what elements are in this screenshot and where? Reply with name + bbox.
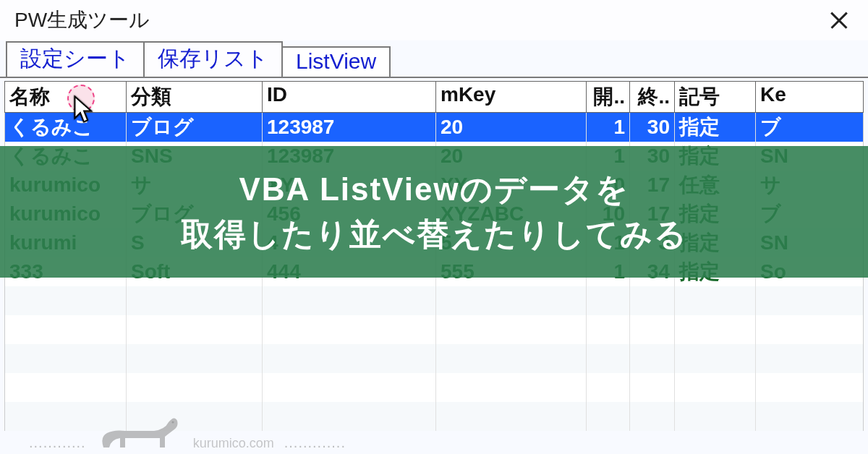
table-row[interactable]: くるみこ SNS 123987 20 1 30 指定 SN: [5, 142, 863, 171]
svg-point-0: [171, 421, 174, 424]
cell-category: Soft: [127, 257, 263, 286]
cell-start: 1: [587, 142, 630, 171]
cell-name: kurumi: [5, 228, 127, 257]
cell-mkey: 20: [436, 113, 587, 142]
cell-name: kurumico: [5, 171, 127, 200]
col-header-end[interactable]: 終..: [630, 82, 675, 112]
cell-symbol: 指定: [675, 200, 756, 228]
table-row-empty: [5, 344, 863, 373]
cell-ke: SN: [756, 228, 863, 257]
tab-listview[interactable]: ListView: [281, 46, 391, 77]
cell-mkey: 555: [436, 257, 587, 286]
dog-icon: [96, 408, 183, 451]
col-header-start[interactable]: 開..: [587, 82, 630, 112]
window-title: PW生成ツール: [14, 7, 150, 34]
table-row[interactable]: 333 Soft 444 555 1 34 指定 So: [5, 257, 863, 286]
cell-end: 17: [630, 200, 675, 228]
cell-id: 444: [263, 257, 436, 286]
cell-end: 3: [630, 228, 675, 257]
col-header-ke[interactable]: Ke: [756, 82, 863, 112]
cell-start: 10: [587, 200, 630, 228]
table-row-empty: [5, 373, 863, 402]
cell-start: 1: [587, 257, 630, 286]
footer-watermark: ............ kurumico.com .............: [29, 408, 346, 451]
table-row[interactable]: kurumico ブログ 456 XYZABC 10 17 指定 ブ: [5, 200, 863, 228]
cell-ke: ブ: [756, 200, 863, 228]
cell-mkey: 5: [436, 228, 587, 257]
col-header-category[interactable]: 分類: [127, 82, 263, 112]
app-window: PW生成ツール 設定シート 保存リスト ListView 名称 分類 ID mK…: [0, 0, 868, 454]
close-button[interactable]: [827, 9, 851, 32]
tab-save-list[interactable]: 保存リスト: [143, 41, 283, 77]
cell-symbol: 指定: [675, 113, 756, 142]
cell-name: 333: [5, 257, 127, 286]
cell-start: 1: [587, 228, 630, 257]
cell-mkey: 20: [436, 142, 587, 171]
tab-bar: 設定シート 保存リスト ListView: [0, 40, 868, 78]
dots-left: ............: [29, 434, 86, 451]
cell-symbol: 指定: [675, 228, 756, 257]
cell-start: 10: [587, 171, 630, 200]
dots-right: .............: [284, 434, 346, 451]
cell-end: 34: [630, 257, 675, 286]
cell-symbol: 指定: [675, 142, 756, 171]
title-bar: PW生成ツール: [0, 0, 868, 40]
cell-name: くるみこ: [5, 113, 127, 142]
cell-end: 17: [630, 171, 675, 200]
listview-header: 名称 分類 ID mKey 開.. 終.. 記号 Ke: [4, 81, 864, 113]
col-header-id[interactable]: ID: [263, 82, 436, 112]
cell-symbol: 指定: [675, 257, 756, 286]
tab-settings-sheet[interactable]: 設定シート: [6, 41, 145, 77]
table-row[interactable]: kurumi S 4 5 1 3 指定 SN: [5, 228, 863, 257]
cell-category: ブログ: [127, 200, 263, 228]
cell-id: 456: [263, 200, 436, 228]
cell-symbol: 任意: [675, 171, 756, 200]
cell-category: ブログ: [127, 113, 263, 142]
col-header-symbol[interactable]: 記号: [675, 82, 756, 112]
cell-end: 30: [630, 113, 675, 142]
col-header-name[interactable]: 名称: [5, 82, 127, 112]
cell-id: 123987: [263, 113, 436, 142]
cell-end: 30: [630, 142, 675, 171]
cell-category: サ: [127, 171, 263, 200]
table-row[interactable]: kurumico サ XY XY 10 17 任意 サ: [5, 171, 863, 200]
cell-id: 123987: [263, 142, 436, 171]
table-row[interactable]: くるみこ ブログ 123987 20 1 30 指定 ブ: [5, 113, 863, 142]
cell-ke: ブ: [756, 113, 863, 142]
cell-category: SNS: [127, 142, 263, 171]
cell-name: くるみこ: [5, 142, 127, 171]
table-row-empty: [5, 286, 863, 315]
cell-ke: SN: [756, 142, 863, 171]
cell-id: 4: [263, 228, 436, 257]
watermark-text: kurumico.com: [193, 436, 274, 451]
cell-mkey: XYZABC: [436, 200, 587, 228]
cell-category: S: [127, 228, 263, 257]
col-header-mkey[interactable]: mKey: [436, 82, 587, 112]
cell-name: kurumico: [5, 200, 127, 228]
cell-ke: So: [756, 257, 863, 286]
cell-start: 1: [587, 113, 630, 142]
cell-id: XY: [263, 171, 436, 200]
table-row-empty: [5, 315, 863, 344]
cell-ke: サ: [756, 171, 863, 200]
cell-mkey: XY: [436, 171, 587, 200]
listview-grid[interactable]: くるみこ ブログ 123987 20 1 30 指定 ブ くるみこ SNS 12…: [4, 113, 864, 431]
